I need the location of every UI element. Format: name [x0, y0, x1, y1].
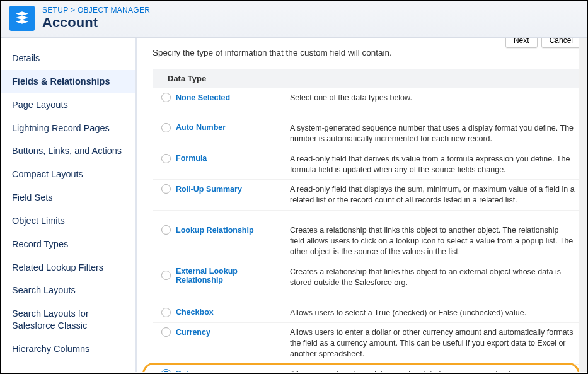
type-description: Select one of the data types below. — [290, 93, 417, 103]
breadcrumb: SETUP > OBJECT MANAGER — [42, 6, 150, 15]
group-spacer — [153, 293, 587, 303]
type-label: External Lookup Relationship — [176, 267, 285, 284]
radio-col: Formula — [161, 154, 285, 163]
type-label: Date — [176, 370, 193, 373]
sidebar-item-object-limits[interactable]: Object Limits — [1, 209, 135, 233]
radio-currency[interactable] — [161, 327, 171, 337]
type-description: Creates a relationship that links this o… — [290, 267, 580, 288]
breadcrumb-objmgr-link[interactable]: OBJECT MANAGER — [78, 6, 150, 15]
type-label: Lookup Relationship — [176, 226, 254, 235]
sidebar-item-field-sets[interactable]: Field Sets — [1, 186, 135, 209]
radio-col: External Lookup Relationship — [161, 267, 285, 284]
radio-external-lookup-relationship[interactable] — [161, 271, 171, 280]
radio-checkbox[interactable] — [161, 308, 171, 317]
data-type-row-auto-number[interactable]: Auto NumberA system-generated sequence n… — [153, 119, 587, 149]
type-label: Roll-Up Summary — [176, 185, 242, 194]
sidebar-item-page-layouts[interactable]: Page Layouts — [1, 93, 135, 117]
page-title: Account — [42, 15, 150, 31]
sidebar-item-details[interactable]: Details — [1, 47, 135, 70]
radio-col: Date — [161, 369, 285, 372]
radio-roll-up-summary[interactable] — [161, 184, 171, 194]
type-description: Allows users to enter a dollar or other … — [290, 327, 580, 359]
type-description: A read-only field that displays the sum,… — [290, 184, 580, 206]
radio-col: Roll-Up Summary — [161, 184, 285, 194]
radio-none-selected[interactable] — [161, 93, 171, 102]
data-type-row-checkbox[interactable]: CheckboxAllows users to select a True (c… — [153, 303, 587, 324]
type-description: Allows users to enter a date or pick a d… — [290, 369, 524, 372]
data-type-list: None SelectedSelect one of the data type… — [153, 88, 587, 372]
data-type-row-none-selected[interactable]: None SelectedSelect one of the data type… — [153, 88, 587, 108]
sidebar-item-record-types[interactable]: Record Types — [1, 233, 135, 256]
type-label: Formula — [176, 154, 207, 163]
sidebar-item-buttons-links-and-actions[interactable]: Buttons, Links, and Actions — [1, 139, 135, 163]
radio-col: Auto Number — [161, 123, 285, 132]
type-label: Checkbox — [176, 308, 214, 317]
data-type-row-formula[interactable]: FormulaA read-only field that derives it… — [153, 149, 587, 180]
type-description: A read-only field that derives its value… — [290, 154, 580, 175]
type-description: Allows users to select a True (checked) … — [290, 308, 531, 318]
sidebar-item-compact-layouts[interactable]: Compact Layouts — [1, 163, 135, 186]
sidebar-item-hierarchy-columns[interactable]: Hierarchy Columns — [1, 337, 135, 361]
data-type-row-lookup-relationship[interactable]: Lookup RelationshipCreates a relationshi… — [153, 221, 587, 262]
type-label: Currency — [176, 328, 210, 337]
radio-col: Currency — [161, 327, 285, 337]
sidebar-item-related-lookup-filters[interactable]: Related Lookup Filters — [1, 256, 135, 279]
radio-col: None Selected — [161, 93, 285, 102]
radio-lookup-relationship[interactable] — [161, 225, 171, 235]
sidebar-item-search-layouts[interactable]: Search Layouts — [1, 279, 135, 302]
group-spacer — [153, 108, 587, 119]
scrollbar[interactable] — [579, 38, 587, 372]
instructions-text: Specify the type of information that the… — [153, 48, 587, 57]
radio-formula[interactable] — [161, 154, 171, 163]
group-spacer — [153, 211, 587, 221]
main-content: Next Cancel Specify the type of informat… — [137, 38, 587, 372]
sidebar-item-search-layouts-for-salesforce-classic[interactable]: Search Layouts for Salesforce Classic — [1, 302, 135, 337]
radio-date[interactable] — [161, 369, 171, 372]
breadcrumb-setup-link[interactable]: SETUP — [42, 6, 68, 15]
data-type-row-currency[interactable]: CurrencyAllows users to enter a dollar o… — [153, 323, 587, 365]
radio-col: Checkbox — [161, 308, 285, 317]
data-type-row-external-lookup-relationship[interactable]: External Lookup RelationshipCreates a re… — [153, 262, 587, 293]
sidebar-item-fields-relationships[interactable]: Fields & Relationships — [1, 70, 135, 93]
type-description: A system-generated sequence number that … — [290, 123, 580, 144]
data-type-row-date[interactable]: DateAllows users to enter a date or pick… — [153, 365, 587, 372]
sidebar: DetailsFields & RelationshipsPage Layout… — [1, 38, 137, 372]
section-header-data-type: Data Type — [153, 69, 587, 88]
type-label: None Selected — [176, 93, 230, 102]
sidebar-item-lightning-record-pages[interactable]: Lightning Record Pages — [1, 117, 135, 140]
breadcrumb-separator: > — [68, 6, 78, 15]
data-type-row-roll-up-summary[interactable]: Roll-Up SummaryA read-only field that di… — [153, 180, 587, 211]
radio-col: Lookup Relationship — [161, 225, 285, 235]
next-button[interactable]: Next — [505, 38, 538, 48]
type-description: Creates a relationship that links this o… — [290, 225, 580, 257]
top-button-row: Next Cancel — [505, 38, 581, 48]
header: SETUP > OBJECT MANAGER Account — [1, 1, 587, 38]
setup-icon — [9, 6, 35, 31]
type-label: Auto Number — [176, 123, 226, 132]
cancel-button[interactable]: Cancel — [541, 38, 581, 48]
radio-auto-number[interactable] — [161, 123, 171, 132]
